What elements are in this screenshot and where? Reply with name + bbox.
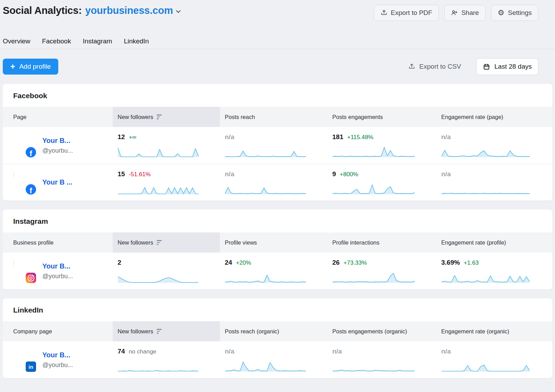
metric-value-line: n/a <box>225 170 318 179</box>
trend-sparkline <box>441 182 530 195</box>
trend-sparkline <box>332 145 415 158</box>
avatar-image <box>13 171 14 178</box>
column-header-label: New followers <box>118 328 153 335</box>
export-csv-button[interactable]: Export to CSV <box>408 63 461 70</box>
column-header-posts-engagements[interactable]: Posts engagements <box>327 107 436 127</box>
column-header-posts-engagements-organic[interactable]: Posts engagements (organic) <box>327 321 436 341</box>
column-header-label: Profile interactions <box>332 239 379 246</box>
toolbar-right: Export to CSV Last 28 days <box>408 58 538 75</box>
metric-cell: 181+115.48% <box>327 127 436 164</box>
tab-overview[interactable]: Overview <box>3 37 30 45</box>
metric-value: 2 <box>118 259 121 266</box>
column-header-engagement-rate-organic[interactable]: Engagement rate (organic) <box>436 321 552 341</box>
date-range-button[interactable]: Last 28 days <box>476 58 538 75</box>
calendar-icon <box>483 63 490 70</box>
metric-cell: 9+800% <box>327 164 436 201</box>
column-header-engagement-rate-page[interactable]: Engagement rate (page) <box>436 107 552 127</box>
metric-value-line: 9+800% <box>332 170 427 179</box>
column-header-page[interactable]: Page <box>3 107 113 127</box>
trend-sparkline <box>118 145 199 158</box>
metric-cell: 2 <box>113 253 220 289</box>
column-header-label: Engagement rate (profile) <box>441 239 506 246</box>
tab-bar: Overview Facebook Instagram LinkedIn <box>0 33 555 49</box>
column-header-profile-interactions[interactable]: Profile interactions <box>327 232 436 253</box>
metric-cell: n/a <box>436 127 552 164</box>
profile-cell: fYour B ... <box>3 164 113 201</box>
trend-sparkline <box>332 182 415 195</box>
profile-handle: @yourbu... <box>42 361 73 369</box>
share-button[interactable]: Share <box>444 5 486 21</box>
metric-cell: 74no change <box>113 341 220 378</box>
metric-change: +115.48% <box>347 134 374 141</box>
profile-name-link[interactable]: Your B... <box>42 137 73 145</box>
metric-cell: 24+20% <box>220 253 327 289</box>
profile-text: Your B...@yourbu... <box>42 262 73 280</box>
column-header-profile-views[interactable]: Profile views <box>220 232 327 253</box>
plus-icon: + <box>10 63 15 71</box>
profile-cell: inYour B...@yourbu... <box>3 341 113 378</box>
metric-change: +800% <box>340 171 358 178</box>
add-profile-label: Add profile <box>19 63 51 70</box>
trend-sparkline <box>225 359 306 372</box>
project-selector[interactable]: yourbusiness.com <box>85 5 181 16</box>
metric-value-line: 74no change <box>118 348 211 357</box>
settings-button[interactable]: ⚙︎ Settings <box>491 5 538 21</box>
card-title-instagram: Instagram <box>3 210 552 232</box>
profile-handle: @yourbu... <box>42 147 73 154</box>
card-facebook: FacebookPageNew followersPosts reachPost… <box>3 84 552 201</box>
metric-value-line: 12+∞ <box>118 133 211 142</box>
column-header-new-followers[interactable]: New followers <box>113 107 220 127</box>
tab-linkedin[interactable]: LinkedIn <box>124 37 149 45</box>
tab-facebook[interactable]: Facebook <box>42 37 71 45</box>
metric-value-line: n/a <box>441 133 543 142</box>
avatar-image <box>13 260 14 266</box>
column-header-engagement-rate-profile[interactable]: Engagement rate (profile) <box>436 232 552 253</box>
tab-instagram[interactable]: Instagram <box>83 37 112 45</box>
profile-handle: @yourbu... <box>42 273 73 280</box>
trend-sparkline <box>118 359 199 372</box>
metric-value: n/a <box>225 348 234 355</box>
trend-sparkline <box>441 270 530 283</box>
profile-name-link[interactable]: Your B ... <box>42 178 72 186</box>
metric-value-line: n/a <box>225 348 318 357</box>
column-header-new-followers[interactable]: New followers <box>113 321 220 341</box>
column-header-business-profile[interactable]: Business profile <box>3 232 113 253</box>
profile-name-link[interactable]: Your B... <box>42 262 73 270</box>
column-header-label: Posts reach (organic) <box>225 328 279 335</box>
sort-descending-icon <box>157 114 162 119</box>
table-row: fYour B...@yourbu...12+∞n/a181+115.48%n/… <box>3 127 552 164</box>
metric-cell: n/a <box>436 341 552 378</box>
column-header-posts-reach[interactable]: Posts reach <box>220 107 327 127</box>
metric-value: 74 <box>118 348 125 355</box>
metric-value: n/a <box>332 348 342 355</box>
column-header-label: Posts reach <box>225 114 255 120</box>
export-csv-label: Export to CSV <box>419 63 461 70</box>
metric-change: +1.63 <box>464 259 479 266</box>
table-header-row: PageNew followersPosts reachPosts engage… <box>3 107 552 127</box>
metric-value: n/a <box>225 133 234 141</box>
metric-cell: 15-51.61% <box>113 164 220 201</box>
metric-value: 12 <box>118 133 125 141</box>
metric-value-line: 26+73.33% <box>332 259 427 268</box>
column-header-posts-reach-organic[interactable]: Posts reach (organic) <box>220 321 327 341</box>
column-header-new-followers[interactable]: New followers <box>113 232 220 253</box>
page-title-text: Social Analytics: <box>3 5 82 16</box>
avatar: f <box>13 172 35 193</box>
profile-text: Your B...@yourbu... <box>42 137 73 154</box>
metric-value-line: n/a <box>225 133 318 142</box>
column-header-company-page[interactable]: Company page <box>3 321 113 341</box>
profile-name-link[interactable]: Your B... <box>42 351 73 359</box>
metric-value: 181 <box>332 133 343 141</box>
trend-sparkline <box>332 359 415 372</box>
export-pdf-button[interactable]: Export to PDF <box>374 5 439 21</box>
metric-cell: 12+∞ <box>113 127 220 164</box>
metric-change: +20% <box>236 259 251 266</box>
metric-value-line: 24+20% <box>225 259 318 268</box>
page-header: Social Analytics: yourbusiness.com Expor… <box>0 0 555 33</box>
trend-sparkline <box>441 359 530 372</box>
add-profile-button[interactable]: + Add profile <box>3 59 58 75</box>
avatar: in <box>13 349 35 370</box>
trend-sparkline <box>332 270 415 283</box>
sort-descending-icon <box>157 329 162 334</box>
page-title: Social Analytics: yourbusiness.com <box>3 5 181 16</box>
